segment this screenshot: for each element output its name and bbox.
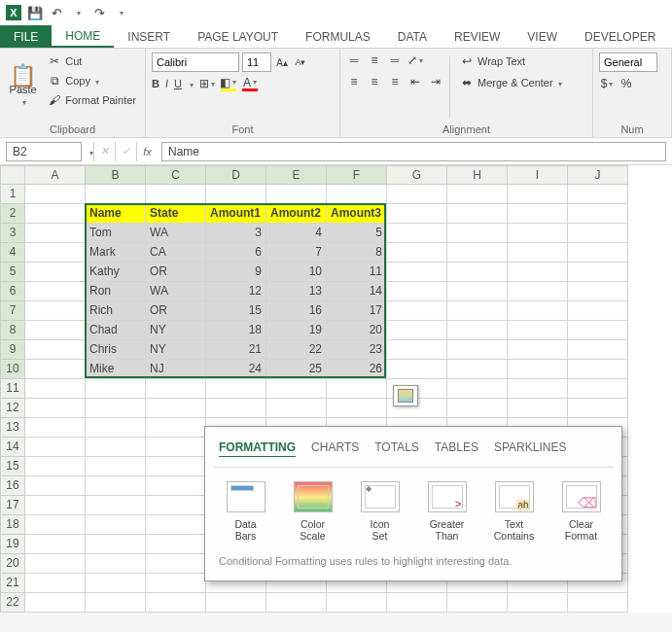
cell-E1[interactable] <box>266 185 327 204</box>
tab-file[interactable]: FILE <box>0 25 52 48</box>
cell-C12[interactable] <box>146 399 206 418</box>
percent-icon[interactable]: % <box>619 76 634 91</box>
cell-C1[interactable] <box>146 185 206 204</box>
cell-C5[interactable]: OR <box>146 263 206 282</box>
border-button[interactable]: ⊞ <box>199 76 215 91</box>
cell-J1[interactable] <box>568 185 628 204</box>
qa-item-data-bars[interactable]: DataBars <box>219 481 272 542</box>
cell-F22[interactable] <box>327 593 387 613</box>
copy-button[interactable]: ⧉Copy <box>44 72 139 89</box>
cell-F10[interactable]: 26 <box>327 360 387 379</box>
align-center-icon[interactable]: ≡ <box>367 74 382 89</box>
increase-font-icon[interactable]: A▴ <box>274 54 290 70</box>
cell-A3[interactable] <box>25 224 86 243</box>
cell-A19[interactable] <box>25 535 86 554</box>
paste-dropdown[interactable] <box>20 95 26 107</box>
cell-G10[interactable] <box>387 360 447 379</box>
col-header-D[interactable]: D <box>206 165 266 185</box>
cell-D2[interactable]: Amount1 <box>206 204 266 224</box>
cell-F9[interactable]: 23 <box>327 340 387 360</box>
cell-B14[interactable] <box>86 438 146 457</box>
wrap-text-button[interactable]: ↩Wrap Text <box>456 53 565 70</box>
cell-A15[interactable] <box>25 457 86 476</box>
font-name-input[interactable] <box>152 53 239 72</box>
row-header-21[interactable]: 21 <box>0 574 25 593</box>
col-header-F[interactable]: F <box>327 165 387 185</box>
col-header-H[interactable]: H <box>447 165 508 185</box>
qa-tab-charts[interactable]: CHARTS <box>311 440 359 457</box>
row-header-4[interactable]: 4 <box>0 243 25 263</box>
cell-E9[interactable]: 22 <box>266 340 327 360</box>
cut-button[interactable]: ✂Cut <box>44 53 139 70</box>
qa-tab-formatting[interactable]: FORMATTING <box>219 440 296 457</box>
cell-C15[interactable] <box>146 457 206 476</box>
row-header-17[interactable]: 17 <box>0 496 25 515</box>
col-header-I[interactable]: I <box>508 165 568 185</box>
increase-indent-icon[interactable]: ⇥ <box>428 74 443 89</box>
cell-H22[interactable] <box>447 593 508 613</box>
cell-F1[interactable] <box>327 185 387 204</box>
tab-data[interactable]: DATA <box>384 25 441 48</box>
row-header-1[interactable]: 1 <box>0 185 25 204</box>
col-header-G[interactable]: G <box>387 165 447 185</box>
tab-page-layout[interactable]: PAGE LAYOUT <box>184 25 292 48</box>
cell-C20[interactable] <box>146 554 206 574</box>
row-header-6[interactable]: 6 <box>0 282 25 301</box>
cell-B13[interactable] <box>86 418 146 438</box>
cell-C17[interactable] <box>146 496 206 515</box>
row-header-14[interactable]: 14 <box>0 438 25 457</box>
cell-H1[interactable] <box>447 185 508 204</box>
cell-A5[interactable] <box>25 263 86 282</box>
cell-A4[interactable] <box>25 243 86 263</box>
cell-C21[interactable] <box>146 574 206 593</box>
cell-H3[interactable] <box>447 224 508 243</box>
cell-I4[interactable] <box>508 243 568 263</box>
cell-B6[interactable]: Ron <box>86 282 146 301</box>
cell-C8[interactable]: NY <box>146 321 206 340</box>
tab-developer[interactable]: DEVELOPER <box>571 25 669 48</box>
cell-B4[interactable]: Mark <box>86 243 146 263</box>
cell-C18[interactable] <box>146 515 206 535</box>
font-color-button[interactable]: A <box>242 76 258 91</box>
cell-F6[interactable]: 14 <box>327 282 387 301</box>
cell-A8[interactable] <box>25 321 86 340</box>
row-header-19[interactable]: 19 <box>0 535 25 554</box>
redo-icon[interactable]: ↷ <box>91 5 107 20</box>
cell-B22[interactable] <box>86 593 146 613</box>
cell-E22[interactable] <box>266 593 327 613</box>
qa-tab-sparklines[interactable]: SPARKLINES <box>494 440 566 457</box>
cell-J6[interactable] <box>568 282 628 301</box>
cell-J9[interactable] <box>568 340 628 360</box>
cell-F12[interactable] <box>327 399 387 418</box>
col-header-J[interactable]: J <box>568 165 628 185</box>
cell-J4[interactable] <box>568 243 628 263</box>
cell-I3[interactable] <box>508 224 568 243</box>
cell-F5[interactable]: 11 <box>327 263 387 282</box>
cell-D22[interactable] <box>206 593 266 613</box>
cell-G6[interactable] <box>387 282 447 301</box>
cell-C2[interactable]: State <box>146 204 206 224</box>
cell-G7[interactable] <box>387 301 447 321</box>
cell-I6[interactable] <box>508 282 568 301</box>
cell-D1[interactable] <box>206 185 266 204</box>
cell-D5[interactable]: 9 <box>206 263 266 282</box>
cell-A21[interactable] <box>25 574 86 593</box>
cell-E10[interactable]: 25 <box>266 360 327 379</box>
cell-B3[interactable]: Tom <box>86 224 146 243</box>
paste-button[interactable]: 📋 Paste <box>6 53 40 122</box>
cell-E11[interactable] <box>266 379 327 399</box>
cell-A18[interactable] <box>25 515 86 535</box>
cell-A2[interactable] <box>25 204 86 224</box>
cell-B8[interactable]: Chad <box>86 321 146 340</box>
tab-formulas[interactable]: FORMULAS <box>292 25 384 48</box>
select-all-corner[interactable] <box>0 165 25 185</box>
cell-J2[interactable] <box>568 204 628 224</box>
cell-C10[interactable]: NJ <box>146 360 206 379</box>
cell-C11[interactable] <box>146 379 206 399</box>
cell-A9[interactable] <box>25 340 86 360</box>
cell-H9[interactable] <box>447 340 508 360</box>
cell-D4[interactable]: 6 <box>206 243 266 263</box>
row-header-20[interactable]: 20 <box>0 554 25 574</box>
cell-C16[interactable] <box>146 476 206 496</box>
qa-item-text-contains[interactable]: TextContains <box>487 481 541 542</box>
